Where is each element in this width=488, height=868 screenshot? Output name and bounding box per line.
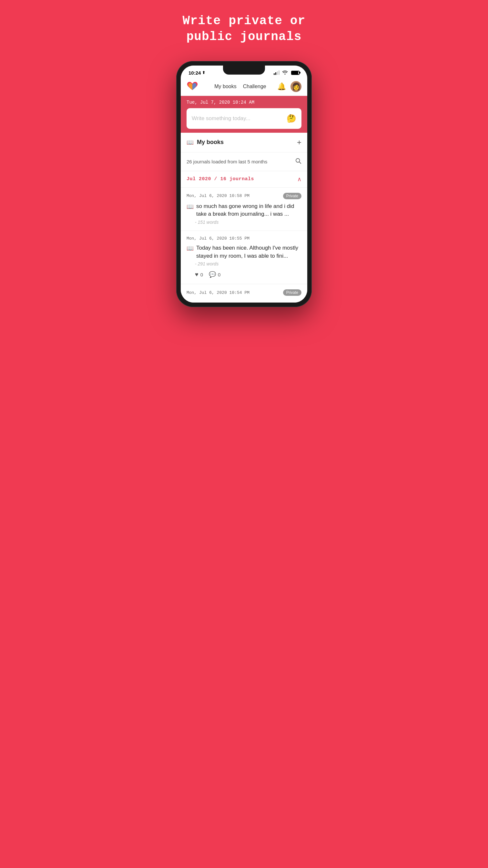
section-title: 📖 My books <box>187 139 224 146</box>
avatar[interactable]: 👩 <box>290 81 301 92</box>
book-icon: 📖 <box>187 139 194 146</box>
entry-actions-2: ♥ 0 💬 0 <box>187 271 301 278</box>
date-bar: Tue, Jul 7, 2020 10:24 AM Write somethin… <box>181 96 307 133</box>
journals-count-row: 26 journals loaded from last 5 months <box>181 152 307 171</box>
entry-meta-3: Mon, Jul 6, 2020 10:54 PM Private <box>187 289 301 296</box>
heart-icon: ♥ <box>195 271 198 278</box>
entry-meta-1: Mon, Jul 6, 2020 10:58 PM Private <box>187 193 301 199</box>
journal-entry-2[interactable]: Mon, Jul 6, 2020 10:55 PM 📖 Today has be… <box>181 231 307 284</box>
my-books-label: My books <box>197 139 224 146</box>
journals-count-text: 26 journals loaded from last 5 months <box>187 159 267 164</box>
journal-entry-1[interactable]: Mon, Jul 6, 2020 10:58 PM Private 📖 so m… <box>181 188 307 231</box>
notch <box>223 66 265 74</box>
entry-content-2: 📖 Today has been nice. Although I've mos… <box>187 244 301 260</box>
write-input-container[interactable]: Write something today... 🤔 <box>187 108 301 129</box>
header-actions: 🔔 👩 <box>277 81 301 92</box>
svg-line-1 <box>299 162 301 163</box>
entry-wordcount-1: - 151 words <box>187 220 301 225</box>
entry-book-icon-2: 📖 <box>187 245 194 252</box>
month-label: Jul 2020 / 16 journals <box>187 176 254 182</box>
entry-date-2: Mon, Jul 6, 2020 10:55 PM <box>187 236 250 241</box>
comment-icon: 💬 <box>209 271 216 278</box>
entry-meta-2: Mon, Jul 6, 2020 10:55 PM <box>187 236 301 241</box>
bell-icon[interactable]: 🔔 <box>277 82 286 91</box>
comments-count: 0 <box>218 272 221 277</box>
entry-text-2: Today has been nice. Although I've mostl… <box>196 244 301 260</box>
journal-entry-3[interactable]: Mon, Jul 6, 2020 10:54 PM Private <box>181 284 307 303</box>
entry-date-3: Mon, Jul 6, 2020 10:54 PM <box>187 290 250 295</box>
entry-text-1: so much has gone wrong in life and i did… <box>196 203 301 218</box>
month-header: Jul 2020 / 16 journals ∧ <box>181 171 307 188</box>
wifi-icon <box>282 70 288 75</box>
app-header: My books Challenge 🔔 👩 <box>181 78 307 96</box>
current-date: Tue, Jul 7, 2020 10:24 AM <box>187 100 301 105</box>
search-icon[interactable] <box>295 158 301 166</box>
comments-action[interactable]: 💬 0 <box>209 271 221 278</box>
entry-date-1: Mon, Jul 6, 2020 10:58 PM <box>187 193 250 198</box>
status-icons <box>274 70 299 75</box>
private-badge-3: Private <box>283 289 301 296</box>
time-text: 10:24 <box>189 70 201 75</box>
thinking-emoji-icon: 🤔 <box>287 114 296 123</box>
phone-shell: 10:24 ⬆ <box>176 61 312 307</box>
write-placeholder: Write something today... <box>192 115 251 122</box>
status-bar: 10:24 ⬆ <box>181 66 307 78</box>
signal-bars-icon <box>274 70 280 75</box>
nav-community[interactable]: My books <box>214 84 236 89</box>
app-logo-icon <box>187 81 198 92</box>
battery-icon <box>291 71 299 75</box>
entry-content-1: 📖 so much has gone wrong in life and i d… <box>187 203 301 218</box>
my-books-header: 📖 My books + <box>181 133 307 152</box>
nav-challenge[interactable]: Challenge <box>243 84 266 89</box>
entry-book-icon-1: 📖 <box>187 203 194 210</box>
hero-title: Write private or public journals <box>183 13 306 45</box>
location-arrow-icon: ⬆ <box>202 70 205 75</box>
phone-screen: 10:24 ⬆ <box>181 66 307 303</box>
wordcount-text-2: 291 words <box>198 261 219 267</box>
likes-count: 0 <box>200 272 203 277</box>
wordcount-text-1: 151 words <box>198 220 219 225</box>
chevron-up-icon[interactable]: ∧ <box>297 176 301 183</box>
status-time: 10:24 ⬆ <box>189 70 205 75</box>
entry-wordcount-2: - 291 words <box>187 261 301 267</box>
nav-links: My books Challenge <box>203 84 277 89</box>
private-badge-1: Private <box>283 193 301 199</box>
likes-action[interactable]: ♥ 0 <box>195 271 203 278</box>
add-book-button[interactable]: + <box>297 138 301 146</box>
